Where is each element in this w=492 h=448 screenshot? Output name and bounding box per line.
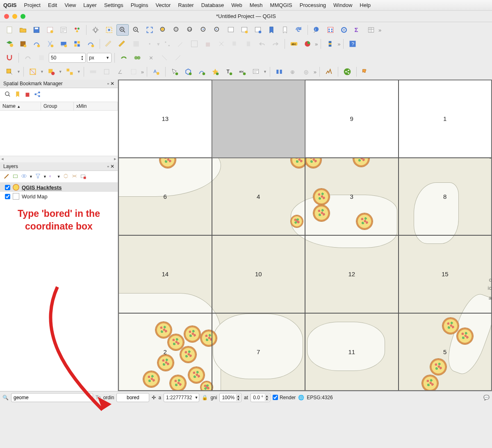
snap-tolerance-input[interactable]: 50▲▼ xyxy=(49,53,86,63)
paste-features-icon[interactable] xyxy=(242,38,255,50)
coordinate-input[interactable] xyxy=(116,393,149,402)
zoom-in-icon[interactable] xyxy=(116,24,129,36)
menu-window[interactable]: Window xyxy=(333,2,352,8)
select-value-icon[interactable] xyxy=(27,66,39,77)
zoom-next-icon[interactable] xyxy=(211,24,223,36)
cut-features-icon[interactable] xyxy=(215,38,228,50)
puzzle-tile[interactable]: 2 xyxy=(118,313,212,391)
python-console-icon[interactable] xyxy=(324,38,336,50)
diagram-icon[interactable] xyxy=(301,38,314,50)
open-project-icon[interactable] xyxy=(17,24,29,36)
snap-segment-icon[interactable] xyxy=(35,52,48,64)
puzzle-tile[interactable]: 15 xyxy=(399,235,492,313)
zoom-layer-icon[interactable] xyxy=(171,24,183,36)
help-icon[interactable]: ? xyxy=(346,38,359,50)
scale-input[interactable]: 1:22777732▼ xyxy=(164,393,199,402)
add-feature-icon[interactable] xyxy=(144,38,156,50)
zoom-last-icon[interactable] xyxy=(198,24,210,36)
menu-vector[interactable]: Vector xyxy=(156,2,171,8)
layer-visible-checkbox[interactable] xyxy=(5,194,10,199)
redo-icon[interactable] xyxy=(269,38,282,50)
puzzle-tile[interactable]: 10 xyxy=(212,235,305,313)
measure-line-icon[interactable] xyxy=(87,66,99,77)
new-project-icon[interactable] xyxy=(3,24,16,36)
menu-layer[interactable]: Layer xyxy=(83,2,97,8)
zoom-native-icon[interactable]: 1:1 xyxy=(184,24,196,36)
temporal-controller-icon[interactable] xyxy=(252,24,264,36)
collapse-all-icon[interactable] xyxy=(71,173,78,181)
lock-scale-icon[interactable]: 🔒 xyxy=(202,395,208,400)
add-polygon-icon[interactable] xyxy=(182,66,194,77)
move-feature-icon[interactable] xyxy=(175,38,187,50)
avoid-overlap-icon[interactable] xyxy=(172,52,184,64)
new-memory-icon[interactable] xyxy=(57,38,70,50)
crs-button[interactable]: EPSG:4326 xyxy=(307,395,333,400)
layout-manager-icon[interactable] xyxy=(57,24,70,36)
bookmark-scrollbar[interactable]: ◂▸ xyxy=(0,156,118,162)
self-snap-icon[interactable]: ✕ xyxy=(145,52,157,64)
digitize-icon[interactable] xyxy=(161,38,173,50)
puzzle-tile[interactable]: 14 xyxy=(118,235,212,313)
save-project-icon[interactable] xyxy=(30,24,43,36)
new-map-view-icon[interactable] xyxy=(225,24,237,36)
filter-legend-icon[interactable] xyxy=(34,173,41,181)
menu-processing[interactable]: Processing xyxy=(300,2,326,8)
menu-mmqgis[interactable]: MMQGIS xyxy=(270,2,292,8)
tracing-icon[interactable] xyxy=(158,52,171,64)
pan-icon[interactable] xyxy=(89,24,102,36)
minimize-window-button[interactable] xyxy=(12,14,17,19)
delete-selected-icon[interactable] xyxy=(202,38,214,50)
puzzle-tile[interactable]: 4 xyxy=(212,158,305,236)
abc-label-icon[interactable]: abc xyxy=(288,38,300,50)
measure-angle-icon[interactable]: ∠ xyxy=(114,66,126,77)
measure-area-icon[interactable] xyxy=(100,66,113,77)
spatial-bookmark-icon[interactable] xyxy=(265,24,278,36)
menu-plugins[interactable]: Plugins xyxy=(131,2,148,8)
puzzle-tile[interactable]: 7 xyxy=(212,313,305,391)
render-checkbox[interactable]: Render xyxy=(273,395,296,400)
menu-settings[interactable]: Settings xyxy=(104,2,123,8)
layer-style-icon[interactable] xyxy=(3,173,10,181)
vertex-tool-icon[interactable] xyxy=(188,38,200,50)
label-tool-icon[interactable]: A xyxy=(150,66,162,77)
add-line-icon[interactable] xyxy=(196,66,208,77)
new-shapefile-icon[interactable] xyxy=(30,38,43,50)
menu-edit[interactable]: Edit xyxy=(48,2,57,8)
puzzle-tile[interactable] xyxy=(212,80,305,158)
share-icon[interactable] xyxy=(341,66,353,77)
new-bookmark-icon[interactable] xyxy=(238,24,251,36)
menu-raster[interactable]: Raster xyxy=(178,2,194,8)
new-virtual-icon[interactable] xyxy=(84,38,97,50)
identify-icon[interactable]: i xyxy=(311,24,323,36)
puzzle-tile[interactable]: 3 xyxy=(305,158,399,236)
measure-bearing-icon[interactable] xyxy=(128,66,140,77)
visibility-icon[interactable] xyxy=(20,173,27,181)
select-all-icon[interactable] xyxy=(64,66,76,77)
new-spatialite-icon[interactable] xyxy=(44,38,56,50)
layer-item-hackfests[interactable]: QGIS Hackfests xyxy=(0,183,118,192)
sum-fields-icon[interactable] xyxy=(324,24,337,36)
panel-undock-icon[interactable]: ▫ xyxy=(107,164,109,169)
puzzle-tile[interactable]: 6 xyxy=(118,158,212,236)
new-mesh-icon[interactable] xyxy=(71,38,83,50)
expand-all-icon[interactable] xyxy=(62,173,69,181)
snap-vertex-icon[interactable] xyxy=(22,52,34,64)
save-edits-icon[interactable] xyxy=(130,38,142,50)
puzzle-tile[interactable]: 8 xyxy=(399,158,492,236)
select-by-rect-icon[interactable] xyxy=(3,66,16,77)
style-manager-icon[interactable] xyxy=(71,24,83,36)
puzzle-icon[interactable] xyxy=(360,66,372,77)
snap-intersection-icon[interactable] xyxy=(131,52,144,64)
share-bookmark-icon[interactable] xyxy=(34,91,41,99)
col-name[interactable]: Name ▲ xyxy=(0,102,41,110)
attribute-table-icon[interactable] xyxy=(365,24,377,36)
close-window-button[interactable] xyxy=(4,14,9,19)
current-edits-icon[interactable] xyxy=(103,38,115,50)
menu-help[interactable]: Help xyxy=(360,2,371,8)
distribute-icon[interactable]: ⊕ xyxy=(287,66,299,77)
refresh-icon[interactable] xyxy=(292,24,305,36)
puzzle-tile[interactable]: 5 xyxy=(399,313,492,391)
col-group[interactable]: Group xyxy=(41,102,74,110)
add-bookmark-icon[interactable] xyxy=(14,91,21,99)
puzzle-tile[interactable]: 12 xyxy=(305,235,399,313)
